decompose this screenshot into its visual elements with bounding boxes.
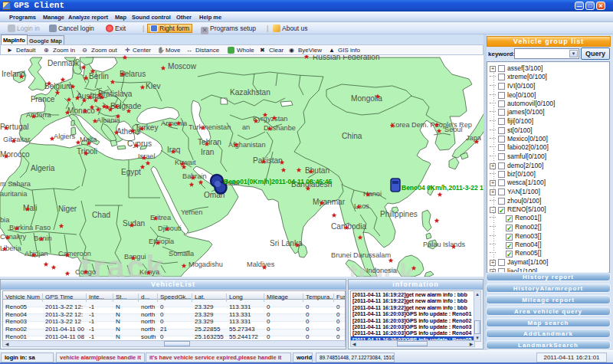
svg-text:Abidjan: Abidjan (25, 250, 48, 257)
svg-text:Philippines: Philippines (380, 210, 418, 218)
svg-text:Kiev: Kiev (146, 82, 162, 90)
svg-text:Myanmar: Myanmar (313, 198, 346, 206)
svg-text:Bangui: Bangui (124, 253, 146, 261)
svg-text:Somalia: Somalia (169, 250, 195, 257)
svg-text:Cambodia: Cambodia (331, 222, 366, 231)
svg-text:Bhutan: Bhutan (305, 166, 329, 175)
svg-text:Morocco: Morocco (0, 150, 30, 159)
svg-text:Israel: Israel (138, 152, 155, 160)
svg-text:Pakistan: Pakistan (253, 156, 283, 165)
svg-text:Kyrgyzstan: Kyrgyzstan (253, 115, 287, 123)
svg-text:Brunei Darussalam: Brunei Darussalam (331, 251, 391, 259)
svg-text:Mali: Mali (23, 204, 38, 212)
svg-text:Armenia: Armenia (161, 120, 188, 127)
svg-text:Algiers: Algiers (54, 133, 75, 140)
svg-text:Kuwait: Kuwait (175, 159, 196, 166)
svg-text:Tehran: Tehran (198, 138, 221, 146)
svg-text:Cameroon: Cameroon (58, 250, 91, 257)
svg-text:Niger: Niger (58, 205, 77, 213)
svg-text:Turkey: Turkey (135, 123, 159, 132)
svg-text:Beno01(0Km/h)2011-04-11 08:45:: Beno01(0Km/h)2011-04-11 08:45:45 (224, 178, 333, 185)
svg-text:Afghanistan: Afghanistan (228, 141, 266, 149)
svg-text:Kazakhstan: Kazakhstan (230, 88, 270, 97)
svg-text:Japa: Japa (466, 134, 482, 142)
svg-text:Algeria: Algeria (31, 164, 55, 172)
svg-text:Egypt: Egypt (121, 168, 141, 176)
svg-text:an: an (242, 123, 250, 131)
svg-text:Denmark: Denmark (48, 59, 80, 67)
svg-text:Conakry: Conakry (0, 233, 27, 241)
svg-text:bia: bia (0, 216, 10, 224)
svg-text:Beno04 0Km/h,2011-3-22 12:: Beno04 0Km/h,2011-3-22 12: (402, 184, 484, 192)
svg-text:Iran: Iran (201, 148, 214, 156)
svg-text:m Sahara: m Sahara (0, 180, 31, 188)
svg-text:Seoul: Seoul (444, 126, 463, 133)
svg-text:auritania: auritania (0, 190, 28, 198)
svg-text:Andorra: Andorra (26, 111, 52, 119)
svg-text:Palau Islands: Palau Islands (423, 241, 466, 248)
svg-text:France: France (31, 95, 55, 103)
svg-text:Turkmenistan: Turkmenistan (188, 123, 231, 131)
svg-text:Indonesia: Indonesia (366, 267, 398, 274)
svg-text:Yemen: Yemen (181, 208, 202, 216)
svg-text:Gibraltar: Gibraltar (3, 136, 30, 143)
svg-text:Portugal: Portugal (0, 123, 29, 131)
svg-text:Bahrain: Bahrain (182, 172, 207, 180)
svg-text:Sudan: Sudan (123, 219, 145, 228)
svg-text:Ethiopia: Ethiopia (149, 238, 175, 245)
svg-text:Russian Federation: Russian Federation (313, 55, 380, 61)
svg-text:Djibouti: Djibouti (158, 225, 182, 232)
svg-text:Moscow: Moscow (168, 62, 197, 71)
svg-text:Mogadishu: Mogadishu (188, 261, 223, 268)
svg-text:Berlin: Berlin (89, 72, 109, 80)
svg-text:China: China (342, 132, 362, 140)
svg-text:Chad: Chad (92, 211, 110, 219)
svg-text:Cyprus: Cyprus (127, 139, 152, 148)
svg-text:Maldives: Maldives (247, 261, 275, 268)
